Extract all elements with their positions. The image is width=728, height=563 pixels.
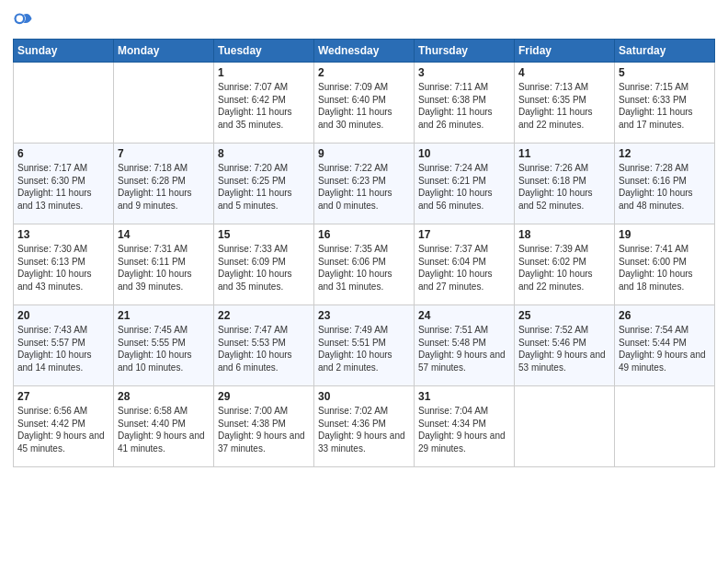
day-header-row: Sunday Monday Tuesday Wednesday Thursday… — [14, 40, 715, 63]
day-number: 17 — [418, 228, 510, 241]
day-number: 21 — [118, 309, 210, 322]
col-friday: Friday — [515, 40, 615, 63]
day-number: 27 — [17, 390, 109, 403]
calendar-cell — [14, 63, 114, 144]
col-thursday: Thursday — [415, 40, 515, 63]
header — [13, 9, 715, 33]
calendar-cell: 7Sunrise: 7:18 AM Sunset: 6:28 PM Daylig… — [114, 144, 214, 224]
calendar-cell: 22Sunrise: 7:47 AM Sunset: 5:53 PM Dayli… — [214, 305, 314, 386]
day-number: 15 — [218, 228, 310, 241]
calendar-cell: 25Sunrise: 7:52 AM Sunset: 5:46 PM Dayli… — [515, 305, 615, 386]
calendar-cell — [114, 63, 214, 144]
calendar-cell: 24Sunrise: 7:51 AM Sunset: 5:48 PM Dayli… — [415, 305, 515, 386]
day-content: Sunrise: 7:49 AM Sunset: 5:51 PM Dayligh… — [318, 324, 410, 373]
col-wednesday: Wednesday — [314, 40, 415, 63]
svg-point-1 — [17, 16, 23, 22]
calendar-cell: 27Sunrise: 6:56 AM Sunset: 4:42 PM Dayli… — [14, 386, 114, 467]
day-number: 20 — [17, 309, 109, 322]
day-content: Sunrise: 6:56 AM Sunset: 4:42 PM Dayligh… — [17, 405, 109, 454]
calendar-cell: 30Sunrise: 7:02 AM Sunset: 4:36 PM Dayli… — [314, 386, 415, 467]
day-number: 2 — [318, 66, 410, 79]
day-number: 10 — [418, 147, 510, 160]
day-number: 12 — [619, 147, 711, 160]
day-content: Sunrise: 7:22 AM Sunset: 6:23 PM Dayligh… — [318, 162, 410, 212]
day-content: Sunrise: 6:58 AM Sunset: 4:40 PM Dayligh… — [118, 405, 210, 454]
calendar-week-5: 27Sunrise: 6:56 AM Sunset: 4:42 PM Dayli… — [14, 386, 715, 467]
day-content: Sunrise: 7:39 AM Sunset: 6:02 PM Dayligh… — [518, 243, 610, 293]
day-content: Sunrise: 7:30 AM Sunset: 6:13 PM Dayligh… — [17, 243, 109, 293]
calendar-cell: 21Sunrise: 7:45 AM Sunset: 5:55 PM Dayli… — [114, 305, 214, 386]
calendar-cell: 4Sunrise: 7:13 AM Sunset: 6:35 PM Daylig… — [515, 63, 615, 144]
day-number: 3 — [418, 66, 510, 79]
calendar-cell: 9Sunrise: 7:22 AM Sunset: 6:23 PM Daylig… — [314, 144, 415, 224]
day-content: Sunrise: 7:33 AM Sunset: 6:09 PM Dayligh… — [218, 243, 310, 293]
day-content: Sunrise: 7:26 AM Sunset: 6:18 PM Dayligh… — [518, 162, 610, 212]
day-number: 8 — [218, 147, 310, 160]
calendar-cell: 20Sunrise: 7:43 AM Sunset: 5:57 PM Dayli… — [14, 305, 114, 386]
calendar-table: Sunday Monday Tuesday Wednesday Thursday… — [13, 39, 715, 467]
calendar-cell: 1Sunrise: 7:07 AM Sunset: 6:42 PM Daylig… — [214, 63, 314, 144]
day-number: 14 — [118, 228, 210, 241]
calendar-cell: 5Sunrise: 7:15 AM Sunset: 6:33 PM Daylig… — [615, 63, 715, 144]
day-number: 18 — [518, 228, 610, 241]
calendar-week-1: 1Sunrise: 7:07 AM Sunset: 6:42 PM Daylig… — [14, 63, 715, 144]
day-content: Sunrise: 7:41 AM Sunset: 6:00 PM Dayligh… — [619, 243, 711, 293]
day-number: 1 — [218, 66, 310, 79]
day-number: 26 — [619, 309, 711, 322]
calendar-cell: 13Sunrise: 7:30 AM Sunset: 6:13 PM Dayli… — [14, 224, 114, 305]
calendar-week-3: 13Sunrise: 7:30 AM Sunset: 6:13 PM Dayli… — [14, 224, 715, 305]
col-sunday: Sunday — [14, 40, 114, 63]
day-number: 23 — [318, 309, 410, 322]
day-number: 13 — [17, 228, 109, 241]
calendar-cell — [615, 386, 715, 467]
day-content: Sunrise: 7:31 AM Sunset: 6:11 PM Dayligh… — [118, 243, 210, 293]
page: Sunday Monday Tuesday Wednesday Thursday… — [0, 0, 728, 563]
day-number: 6 — [17, 147, 109, 160]
day-content: Sunrise: 7:00 AM Sunset: 4:38 PM Dayligh… — [218, 405, 310, 454]
day-number: 29 — [218, 390, 310, 403]
day-content: Sunrise: 7:45 AM Sunset: 5:55 PM Dayligh… — [118, 324, 210, 373]
day-number: 9 — [318, 147, 410, 160]
calendar-cell: 26Sunrise: 7:54 AM Sunset: 5:44 PM Dayli… — [615, 305, 715, 386]
calendar-cell: 16Sunrise: 7:35 AM Sunset: 6:06 PM Dayli… — [314, 224, 415, 305]
col-tuesday: Tuesday — [214, 40, 314, 63]
calendar-cell: 29Sunrise: 7:00 AM Sunset: 4:38 PM Dayli… — [214, 386, 314, 467]
col-saturday: Saturday — [615, 40, 715, 63]
day-content: Sunrise: 7:35 AM Sunset: 6:06 PM Dayligh… — [318, 243, 410, 293]
day-content: Sunrise: 7:15 AM Sunset: 6:33 PM Dayligh… — [619, 81, 711, 131]
day-number: 25 — [518, 309, 610, 322]
day-content: Sunrise: 7:13 AM Sunset: 6:35 PM Dayligh… — [518, 81, 610, 131]
day-content: Sunrise: 7:47 AM Sunset: 5:53 PM Dayligh… — [218, 324, 310, 373]
day-number: 11 — [518, 147, 610, 160]
calendar-cell: 15Sunrise: 7:33 AM Sunset: 6:09 PM Dayli… — [214, 224, 314, 305]
logo-icon — [13, 9, 33, 33]
calendar-cell: 3Sunrise: 7:11 AM Sunset: 6:38 PM Daylig… — [415, 63, 515, 144]
day-content: Sunrise: 7:52 AM Sunset: 5:46 PM Dayligh… — [518, 324, 610, 373]
day-content: Sunrise: 7:04 AM Sunset: 4:34 PM Dayligh… — [418, 405, 510, 454]
calendar-cell: 23Sunrise: 7:49 AM Sunset: 5:51 PM Dayli… — [314, 305, 415, 386]
logo — [13, 9, 37, 33]
calendar-cell — [515, 386, 615, 467]
day-content: Sunrise: 7:17 AM Sunset: 6:30 PM Dayligh… — [17, 162, 109, 212]
day-number: 31 — [418, 390, 510, 403]
day-number: 5 — [619, 66, 711, 79]
day-content: Sunrise: 7:09 AM Sunset: 6:40 PM Dayligh… — [318, 81, 410, 131]
day-content: Sunrise: 7:11 AM Sunset: 6:38 PM Dayligh… — [418, 81, 510, 131]
calendar-cell: 19Sunrise: 7:41 AM Sunset: 6:00 PM Dayli… — [615, 224, 715, 305]
day-content: Sunrise: 7:07 AM Sunset: 6:42 PM Dayligh… — [218, 81, 310, 131]
calendar-cell: 12Sunrise: 7:28 AM Sunset: 6:16 PM Dayli… — [615, 144, 715, 224]
day-number: 30 — [318, 390, 410, 403]
day-number: 28 — [118, 390, 210, 403]
day-content: Sunrise: 7:43 AM Sunset: 5:57 PM Dayligh… — [17, 324, 109, 373]
day-content: Sunrise: 7:37 AM Sunset: 6:04 PM Dayligh… — [418, 243, 510, 293]
calendar-week-2: 6Sunrise: 7:17 AM Sunset: 6:30 PM Daylig… — [14, 144, 715, 224]
calendar-cell: 28Sunrise: 6:58 AM Sunset: 4:40 PM Dayli… — [114, 386, 214, 467]
col-monday: Monday — [114, 40, 214, 63]
calendar-cell: 11Sunrise: 7:26 AM Sunset: 6:18 PM Dayli… — [515, 144, 615, 224]
day-content: Sunrise: 7:28 AM Sunset: 6:16 PM Dayligh… — [619, 162, 711, 212]
day-content: Sunrise: 7:51 AM Sunset: 5:48 PM Dayligh… — [418, 324, 510, 373]
calendar-cell: 31Sunrise: 7:04 AM Sunset: 4:34 PM Dayli… — [415, 386, 515, 467]
day-number: 19 — [619, 228, 711, 241]
day-number: 24 — [418, 309, 510, 322]
calendar-cell: 10Sunrise: 7:24 AM Sunset: 6:21 PM Dayli… — [415, 144, 515, 224]
